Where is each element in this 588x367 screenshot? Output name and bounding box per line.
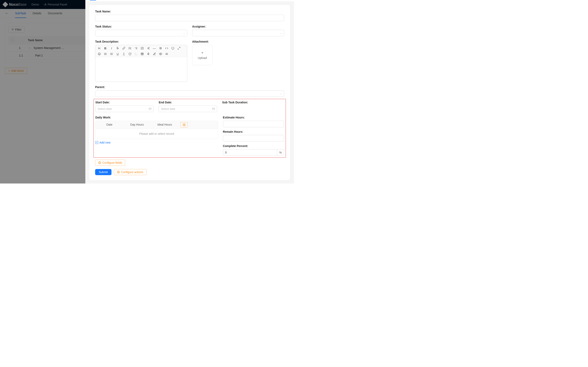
plus-square-icon: +: [95, 141, 98, 144]
loading-icon[interactable]: [134, 52, 138, 56]
plus-icon: +: [201, 51, 204, 55]
configure-columns-button[interactable]: [181, 122, 188, 127]
estimate-hours-input[interactable]: [223, 121, 284, 127]
task-status-select[interactable]: ⌄: [95, 30, 187, 36]
italic-icon[interactable]: I: [110, 46, 113, 50]
remain-hours-input[interactable]: [223, 135, 284, 142]
expand-icon[interactable]: [177, 46, 181, 50]
svg-point-13: [99, 53, 99, 54]
calendar-icon: [212, 108, 215, 110]
chevron-down-icon: ⌄: [280, 32, 282, 34]
svg-point-44: [118, 172, 119, 173]
col-day-hours: Day Hours: [123, 121, 151, 129]
svg-rect-34: [149, 108, 151, 110]
svg-point-42: [184, 124, 185, 125]
complete-percent-input[interactable]: [223, 149, 277, 156]
form-card: Task Name: Task Status: ⌄ Assignee: ⌄: [89, 5, 290, 180]
bullet-list-icon[interactable]: [128, 46, 132, 50]
strike-icon[interactable]: S̶: [116, 46, 120, 50]
assignee-label: Assignee:: [192, 25, 284, 28]
drawer-panel: Task Name: Task Status: ⌄ Assignee: ⌄: [85, 0, 294, 184]
rte-body[interactable]: [95, 57, 187, 82]
eye-icon[interactable]: [159, 52, 162, 56]
ordered-list-icon[interactable]: [134, 46, 138, 50]
col-date: Date: [95, 121, 123, 129]
daily-work-label: Daily Work:: [95, 116, 218, 119]
parent-label: Parent:: [95, 85, 284, 89]
svg-line-11: [178, 48, 178, 49]
end-date-label: End Date:: [159, 101, 217, 104]
chevron-down-icon: ⌄: [183, 32, 185, 34]
menu-icon[interactable]: [165, 52, 168, 56]
daily-table-head: Date Day Hours Ideal Hours: [95, 121, 218, 129]
svg-rect-28: [148, 53, 149, 54]
drawer-tabstrip: [85, 0, 294, 2]
refresh-icon[interactable]: [128, 52, 132, 56]
rich-text-editor[interactable]: H B I S̶: [95, 45, 187, 82]
drawer-body: Task Name: Task Status: ⌄ Assignee: ⌄: [85, 2, 294, 184]
col-ideal-hours: Ideal Hours: [151, 121, 178, 129]
svg-point-0: [129, 47, 129, 48]
svg-point-14: [100, 53, 100, 54]
outdent-icon[interactable]: [110, 52, 113, 56]
start-date-input[interactable]: Select date: [95, 106, 154, 112]
text-color-icon[interactable]: [122, 52, 126, 56]
checklist-icon[interactable]: [140, 46, 144, 50]
configure-actions-button[interactable]: Configure actions: [114, 169, 146, 175]
configure-fields-button[interactable]: Configure fields: [95, 160, 125, 166]
svg-point-2: [129, 48, 129, 48]
svg-rect-9: [141, 47, 143, 49]
svg-rect-24: [141, 53, 143, 55]
upload-button[interactable]: + Upload: [192, 45, 213, 65]
svg-point-23: [135, 53, 137, 55]
subtask-duration-label: Sub Task Duration:: [222, 101, 284, 104]
end-date-input[interactable]: Select date: [159, 106, 217, 112]
rte-toolbar: H B I S̶: [95, 45, 187, 57]
task-name-input[interactable]: [95, 15, 284, 21]
daily-work-table: Date Day Hours Ideal Hours Pl: [95, 121, 218, 139]
daily-empty-text: Please add or select record: [95, 129, 218, 139]
heading-icon[interactable]: H: [97, 46, 101, 50]
chevron-down-icon: ⌄: [280, 92, 282, 95]
task-name-label: Task Name:: [95, 10, 284, 13]
table-icon[interactable]: [140, 52, 144, 56]
svg-point-30: [160, 53, 161, 54]
svg-line-10: [179, 47, 180, 48]
percent-suffix: %: [277, 149, 284, 156]
svg-point-12: [98, 53, 100, 55]
task-status-label: Task Status:: [95, 25, 187, 28]
code-block-icon[interactable]: [159, 46, 162, 50]
calendar-icon: [149, 108, 151, 110]
parent-select[interactable]: ⌄: [95, 90, 284, 97]
attachment-label: Attachment:: [192, 40, 284, 43]
underline-icon[interactable]: [116, 52, 120, 56]
svg-point-4: [129, 49, 129, 49]
emoji-icon[interactable]: [97, 52, 101, 56]
complete-percent-label: Complete Percent:: [223, 144, 284, 148]
bold-icon[interactable]: B: [104, 46, 107, 50]
indent-icon[interactable]: [104, 52, 107, 56]
add-new-link[interactable]: + Add new: [95, 141, 218, 144]
send-icon[interactable]: [146, 46, 150, 50]
submit-button[interactable]: Submit: [95, 169, 112, 175]
highlighted-region: Start Date: Select date End Date: Select…: [94, 99, 286, 158]
mic-icon[interactable]: [146, 52, 150, 56]
link-icon[interactable]: [122, 46, 126, 50]
hr-icon[interactable]: —: [153, 46, 156, 50]
remain-hours-label: Remain Hours:: [223, 130, 284, 133]
code-icon[interactable]: [165, 46, 168, 50]
undo-icon[interactable]: [171, 46, 174, 50]
assignee-select[interactable]: ⌄: [192, 30, 284, 36]
start-date-label: Start Date:: [95, 101, 154, 104]
estimate-hours-label: Estimate Hours:: [223, 116, 284, 119]
task-description-label: Task Description:: [95, 40, 187, 43]
svg-point-43: [99, 162, 100, 163]
edit-icon[interactable]: [153, 52, 156, 56]
svg-rect-38: [213, 108, 215, 110]
